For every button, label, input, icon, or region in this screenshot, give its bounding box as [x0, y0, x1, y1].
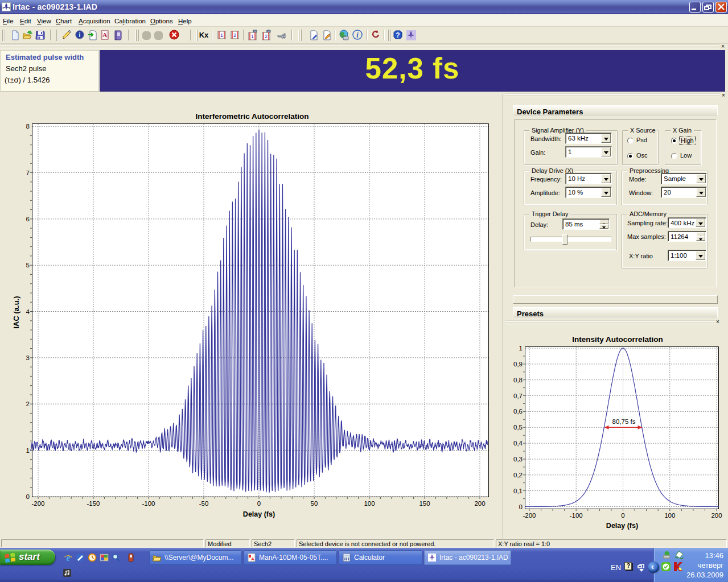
svg-text:0,9: 0,9	[513, 361, 523, 368]
svg-text:IAC (a.u.): IAC (a.u.)	[12, 296, 20, 328]
svg-text:0,4: 0,4	[513, 440, 523, 447]
svg-text:-200: -200	[523, 512, 536, 519]
svg-text:0: 0	[519, 503, 523, 510]
svg-text:0,6: 0,6	[513, 408, 523, 415]
svg-text:1: 1	[251, 34, 254, 39]
svg-text:2: 2	[265, 34, 268, 39]
svg-text:Interferometric Autocorrelatio: Interferometric Autocorrelation	[195, 112, 309, 121]
svg-text:1: 1	[519, 345, 523, 352]
svg-text:8: 8	[26, 123, 30, 130]
svg-text:2: 2	[233, 32, 236, 38]
svg-text:Kx: Kx	[199, 31, 209, 39]
svg-text:i: i	[356, 31, 359, 39]
svg-text:150: 150	[419, 500, 430, 507]
svg-text:3: 3	[26, 354, 30, 361]
svg-text:-100: -100	[142, 500, 155, 507]
svg-text:-100: -100	[570, 512, 583, 519]
svg-text:0,7: 0,7	[513, 393, 523, 399]
svg-text:A: A	[102, 31, 107, 38]
svg-text:0: 0	[621, 512, 624, 519]
svg-text:0,3: 0,3	[513, 456, 523, 463]
svg-text:-150: -150	[87, 500, 100, 507]
svg-text:0,8: 0,8	[513, 377, 523, 383]
svg-text:5: 5	[26, 262, 30, 269]
svg-text:2: 2	[26, 401, 30, 407]
svg-text:-200: -200	[31, 500, 44, 507]
svg-text:A: A	[251, 556, 254, 562]
svg-text:200: 200	[474, 500, 485, 507]
svg-text:Delay (fs): Delay (fs)	[606, 522, 638, 530]
svg-text:0,5: 0,5	[513, 424, 523, 431]
svg-text:1: 1	[220, 32, 223, 38]
svg-text:1: 1	[26, 447, 30, 454]
svg-text:80,75 fs: 80,75 fs	[612, 418, 636, 425]
svg-text:4: 4	[26, 308, 30, 315]
svg-text:200: 200	[711, 512, 722, 519]
svg-text:0,1: 0,1	[513, 488, 523, 494]
svg-text:50: 50	[311, 500, 318, 507]
svg-text:Intensity Autocorrelation: Intensity Autocorrelation	[572, 335, 663, 344]
svg-text:0,2: 0,2	[513, 472, 523, 478]
svg-text:100: 100	[664, 512, 675, 519]
svg-text:7: 7	[26, 170, 30, 176]
svg-text:-50: -50	[199, 500, 209, 507]
svg-text:e: e	[66, 553, 70, 562]
svg-text:0: 0	[26, 493, 30, 500]
svg-text:0: 0	[257, 500, 261, 507]
svg-text:?: ?	[396, 31, 400, 39]
svg-text:i: i	[79, 32, 81, 38]
svg-text:6: 6	[26, 216, 30, 222]
svg-text:100: 100	[364, 500, 375, 507]
svg-text:Delay (fs): Delay (fs)	[243, 510, 275, 518]
